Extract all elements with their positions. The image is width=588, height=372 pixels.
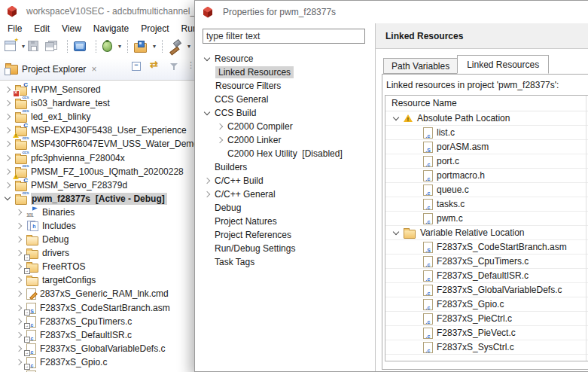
tree-item-defaultisr-c[interactable]: F2837xS_DefaultISR.c [0,328,194,342]
chevron-right-icon[interactable] [16,236,22,242]
chevron-right-icon[interactable] [16,209,22,215]
table-row[interactable]: F2837xS_DefaultISR.c [385,269,588,283]
category-cpp-build[interactable]: C/C++ Build [195,174,375,188]
tree-item-includes[interactable]: Includes [0,219,194,233]
category-debug[interactable]: Debug [195,201,375,215]
tree-item-pmsm-fz[interactable]: PMSM_FZ_100us_IQmath_20200228 [0,165,194,178]
category-task-tags[interactable]: Task Tags [195,255,375,269]
menu-edit[interactable]: Edit [28,23,56,34]
column-divider[interactable] [586,96,586,361]
chevron-down-icon[interactable]: ▾ [22,43,25,50]
chevron-right-icon[interactable] [204,191,210,197]
chevron-down-icon[interactable] [393,228,399,234]
chevron-right-icon[interactable] [217,123,223,130]
new-wizard-button[interactable]: ▾ [3,39,26,53]
chevron-down-icon[interactable] [204,54,210,60]
chevron-right-icon[interactable] [5,100,11,106]
filter-icon[interactable] [170,63,179,71]
table-row[interactable]: F2837xS_CodeStartBranch.asm [385,240,588,255]
close-icon[interactable]: × [91,64,96,75]
table-row[interactable]: F2837xS_GlobalVariableDefs.c [385,283,588,297]
tree-item-gpio-c[interactable]: F2837xS_Gpio.c [0,355,194,369]
chevron-right-icon[interactable] [16,331,22,337]
link-with-editor-icon[interactable] [150,62,162,71]
table-row[interactable]: porASM.asm [385,140,588,154]
group-absolute-path-location[interactable]: Absolute Path Location [385,111,588,126]
tree-item-msp430fr6047evm[interactable]: MSP430FR6047EVM_USS_Water_Demo [0,137,194,151]
table-row[interactable]: F2837xS_PieVect.c [385,326,588,340]
chevron-right-icon[interactable] [16,318,22,324]
tree-item-hvpm-sensored[interactable]: HVPM_Sensored [0,83,194,96]
save-button[interactable] [26,39,44,53]
chevron-down-icon[interactable]: ▾ [187,43,190,50]
category-c2000-linker[interactable]: C2000 Linker [195,133,375,147]
collapse-all-icon[interactable] [132,62,141,71]
chevron-right-icon[interactable] [16,250,22,256]
chevron-right-icon[interactable] [204,178,210,184]
category-linked-resources[interactable]: Linked Resources [195,66,375,79]
chevron-right-icon[interactable] [16,264,22,270]
tree-item-freertos[interactable]: FreeRTOS [0,260,194,273]
category-resource-filters[interactable]: Resource Filters [195,79,375,93]
chevron-right-icon[interactable] [16,277,22,283]
chevron-right-icon[interactable] [16,291,22,297]
table-row[interactable]: port.c [385,154,588,169]
view-menu-icon[interactable] [187,62,191,71]
tree-item-led-ex1-blinky[interactable]: led_ex1_blinky [0,110,194,123]
chevron-right-icon[interactable] [16,223,22,229]
menu-file[interactable]: File [2,23,28,34]
chevron-down-icon[interactable] [5,194,11,200]
category-run-debug-settings[interactable]: Run/Debug Settings [195,242,375,255]
chevron-right-icon[interactable] [5,141,11,147]
chevron-right-icon[interactable] [5,154,11,160]
chevron-right-icon[interactable] [16,304,22,310]
menu-navigate[interactable]: Navigate [87,23,135,34]
table-row[interactable]: pwm.c [385,212,588,226]
chevron-right-icon[interactable] [16,346,22,352]
category-resource[interactable]: Resource [195,52,375,66]
group-variable-relative-location[interactable]: Variable Relative Location [385,226,588,240]
tree-item-cputimers-c[interactable]: F2837xS_CpuTimers.c [0,315,194,328]
save-all-button[interactable] [44,39,62,53]
tab-project-explorer[interactable]: Project Explorer × [0,58,101,80]
tree-item-targetconfigs[interactable]: targetConfigs [0,273,194,287]
table-row[interactable]: F2837xS_Gpio.c [385,297,588,312]
category-builders[interactable]: Builders [195,160,375,174]
flash-button[interactable]: ▾ [133,38,157,54]
tree-item-msp-exp430f5438[interactable]: MSP-EXP430F5438_User_Experience [0,123,194,137]
table-row[interactable]: tasks.c [385,197,588,212]
chevron-right-icon[interactable] [5,168,11,174]
table-row[interactable]: portmacro.h [385,169,588,183]
filter-input[interactable] [203,29,365,44]
dialog-titlebar[interactable]: Properties for pwm_f28377s [195,1,588,23]
category-ccs-build[interactable]: CCS Build [195,106,375,120]
tree-item-is03-hardware-test[interactable]: is03_hardware_test [0,96,194,110]
table-row[interactable]: list.c [385,126,588,140]
menu-view[interactable]: View [56,23,87,34]
tree-item-codestartbranch-asm[interactable]: F2837xS_CodeStartBranch.asm [0,301,194,315]
category-project-natures[interactable]: Project Natures [195,215,375,228]
tree-item-pmsm-servo[interactable]: PMSM_Servo_F28379d [0,178,194,192]
table-row[interactable]: F2837xS_CpuTimers.c [385,255,588,269]
debug-button[interactable]: ▾ [101,39,123,53]
tree-item-drivers[interactable]: drivers [0,246,194,260]
menu-project[interactable]: Project [135,23,175,34]
category-c2000-compiler[interactable]: C2000 Compiler [195,120,375,133]
category-project-references[interactable]: Project References [195,228,375,242]
chevron-down-icon[interactable] [393,114,399,120]
build-button[interactable]: ▾ [167,39,192,53]
tab-path-variables[interactable]: Path Variables [383,58,457,74]
chevron-down-icon[interactable] [204,108,210,114]
tree-item-binaries[interactable]: Binaries [0,206,194,219]
category-c2000-hex-utility[interactable]: C2000 Hex Utility [Disabled] [195,147,375,160]
category-ccs-general[interactable]: CCS General [195,93,375,106]
chevron-right-icon[interactable] [5,114,11,120]
tree-item-pfc3phvienna[interactable]: pfc3phvienna_F28004x [0,151,194,164]
chevron-right-icon[interactable] [217,137,223,143]
chevron-down-icon[interactable]: ▾ [153,43,156,50]
category-cpp-general[interactable]: C/C++ General [195,188,375,201]
chevron-down-icon[interactable]: ▾ [118,43,121,50]
table-header[interactable]: Resource Name [385,96,588,111]
table-row[interactable]: F2837xS_SysCtrl.c [385,340,588,355]
tree-item-pwm-f28377s[interactable]: pwm_f28377s [Active - Debug] [0,192,194,206]
